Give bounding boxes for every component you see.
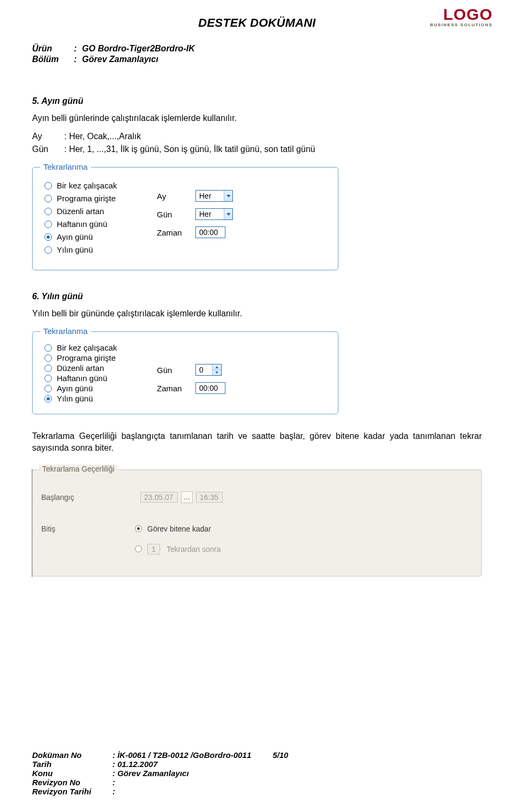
radio-icon (44, 182, 52, 189)
radio-icon (44, 344, 52, 352)
day-combo[interactable]: Her (195, 208, 233, 220)
recurrence-panel-b: Tekrarlanma Bir kez çalışacak Programa g… (32, 331, 338, 414)
meta-product-value: GO Bordro-Tiger2Bordro-IK (82, 44, 194, 54)
meta-separator: : (74, 44, 82, 54)
day-value: 0 (196, 365, 212, 375)
radio-option[interactable]: Programa girişte (44, 354, 152, 362)
footer-rev-date-value: : (112, 787, 115, 796)
footer-date-value: : 01.12.2007 (112, 760, 157, 769)
month-value: Her (196, 191, 224, 201)
section5-kv-key: Gün (32, 145, 64, 154)
end-label: Bitiş (41, 525, 92, 533)
section5-kv-val: : Her, Ocak,...,Aralık (64, 132, 141, 141)
time-value: 00:00 (199, 228, 218, 237)
radio-option[interactable]: Bir kez çalışacak (44, 181, 152, 190)
footer-doc-no-label: Doküman No (32, 750, 112, 760)
footer-subject-label: Konu (32, 769, 112, 778)
field-label-day: Gün (157, 366, 195, 375)
chevron-down-icon[interactable] (224, 191, 232, 201)
logo-subtext: BUSINESS SOLUTIONS (430, 22, 493, 27)
footer-page: 5/10 (273, 750, 288, 760)
radio-label: Ayın günü (57, 385, 93, 392)
radio-option[interactable]: Düzenli artan (44, 365, 152, 372)
start-date-field: 23.05.07 (140, 492, 178, 503)
footer-subject-value: : Görev Zamanlayıcı (112, 769, 189, 778)
meta-section-label: Bölüm (32, 55, 74, 64)
panel-legend: Tekrarlanma (40, 327, 91, 336)
day-value: Her (196, 209, 224, 219)
section6-desc: Yılın belli bir gününde çalıştırılacak i… (32, 309, 482, 318)
section6-heading: 6. Yılın günü (32, 292, 482, 301)
radio-option[interactable]: Ayın günü (44, 232, 152, 241)
radio-option[interactable]: Programa girişte (44, 194, 152, 203)
radio-icon (44, 375, 52, 382)
radio-option[interactable]: Haftanın günü (44, 375, 152, 382)
month-combo[interactable]: Her (195, 190, 233, 202)
footer-rev-date-label: Revizyon Tarihi (32, 787, 112, 796)
panel-legend: Tekrarlanma (40, 162, 91, 171)
footer-rev-no-value: : (112, 778, 115, 787)
radio-label: Programa girişte (57, 354, 116, 362)
radio-icon (44, 221, 52, 228)
end-option-radio[interactable] (135, 525, 142, 532)
repeat-count-suffix: Tekrardan sonra (167, 545, 221, 553)
radio-label: Haftanın günü (57, 219, 107, 229)
day-spinner[interactable]: 0 (195, 364, 222, 376)
spin-up-icon[interactable] (213, 365, 221, 370)
footer-date-label: Tarih (32, 760, 112, 769)
recurrence-panel-a: Tekrarlanma Bir kez çalışacak Programa g… (32, 167, 338, 270)
validity-legend: Tekrarlama Geçerliliği (39, 465, 118, 473)
radio-label: Ayın günü (57, 232, 93, 241)
field-label-day: Gün (157, 210, 195, 219)
radio-label: Yılın günü (57, 395, 93, 403)
radio-label: Programa girişte (57, 194, 116, 203)
ellipsis-icon: ... (184, 494, 190, 500)
time-input[interactable]: 00:00 (195, 226, 225, 238)
radio-label: Haftanın günü (57, 375, 107, 382)
brand-logo: LOGO BUSINESS SOLUTIONS (430, 6, 493, 27)
end-count-radio[interactable] (135, 545, 142, 552)
radio-option[interactable]: Bir kez çalışacak (44, 344, 152, 352)
time-value: 00:00 (199, 384, 218, 392)
radio-icon (44, 195, 52, 202)
radio-option[interactable]: Ayın günü (44, 385, 152, 392)
field-label-time: Zaman (157, 384, 195, 393)
radio-label: Düzenli artan (57, 365, 104, 372)
end-option-label: Görev bitene kadar (147, 525, 211, 533)
section5-kv-val: : Her, 1, ...,31, İlk iş günü, Son iş gü… (64, 145, 315, 154)
radio-label: Yılın günü (57, 245, 93, 254)
radio-icon (44, 233, 52, 241)
time-input[interactable]: 00:00 (195, 382, 225, 394)
page-footer: Doküman No : İK-0061 / T2B-0012 /GoBordr… (32, 750, 482, 796)
chevron-down-icon[interactable] (224, 209, 232, 219)
field-label-month: Ay (157, 192, 195, 201)
section5-heading: 5. Ayın günü (32, 96, 482, 106)
radio-label: Bir kez çalışacak (57, 344, 117, 352)
start-time-field: 16:35 (196, 492, 223, 503)
footer-rev-no-label: Revizyon No (32, 778, 112, 787)
radio-icon (44, 395, 52, 403)
meta-separator: : (74, 55, 82, 64)
page-title: DESTEK DOKÜMANI (32, 16, 482, 30)
radio-icon (44, 246, 52, 254)
validity-paragraph: Tekrarlama Geçerliliği başlangıçta tanım… (32, 430, 482, 454)
radio-option[interactable]: Yılın günü (44, 395, 152, 403)
footer-doc-no-value: : İK-0061 / T2B-0012 /GoBordro-0011 (112, 750, 251, 760)
radio-option[interactable]: Haftanın günü (44, 219, 152, 229)
radio-icon (44, 208, 52, 215)
radio-icon (44, 385, 52, 392)
field-label-time: Zaman (157, 228, 195, 237)
start-label: Başlangıç (41, 493, 92, 502)
radio-label: Düzenli artan (57, 207, 104, 216)
meta-section-value: Görev Zamanlayıcı (82, 55, 158, 64)
radio-option[interactable]: Düzenli artan (44, 207, 152, 216)
section5-desc: Ayın belli günlerinde çalıştırılacak işl… (32, 113, 482, 123)
logo-text: LOGO (430, 6, 493, 22)
meta-product-label: Ürün (32, 44, 74, 54)
spin-down-icon[interactable] (213, 370, 221, 376)
radio-icon (44, 354, 52, 362)
date-picker-button[interactable]: ... (181, 491, 193, 503)
radio-option[interactable]: Yılın günü (44, 245, 152, 254)
radio-label: Bir kez çalışacak (57, 181, 117, 190)
validity-groupbox: Tekrarlama Geçerliliği Başlangıç 23.05.0… (32, 469, 482, 576)
